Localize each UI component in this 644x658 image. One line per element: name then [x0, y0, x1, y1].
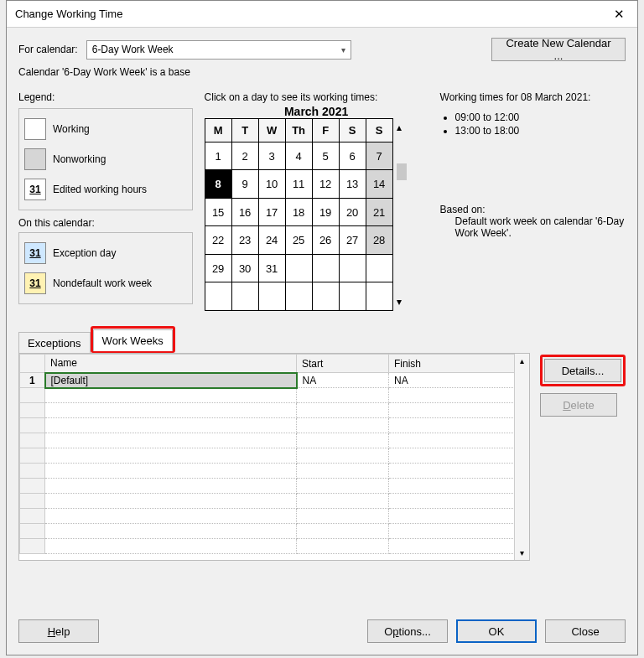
work-weeks-grid[interactable]: Name Start Finish 1 [Default] NA NA	[18, 353, 530, 561]
calendar-day[interactable]: 31	[258, 254, 285, 282]
calendar-day	[366, 254, 392, 282]
calendar-day[interactable]: 17	[258, 198, 285, 226]
tab-exceptions[interactable]: Exceptions	[18, 332, 91, 354]
calendar-day[interactable]: 12	[312, 170, 339, 199]
calendar-instruction: Click on a day to see its working times:	[205, 91, 428, 103]
calendar-day	[285, 254, 312, 282]
col-finish[interactable]: Finish	[389, 355, 528, 373]
options-button[interactable]: Options...	[367, 619, 448, 643]
legend-heading: Legend:	[18, 91, 193, 103]
calendar-day[interactable]: 22	[205, 226, 231, 255]
highlight-workweeks: Work Weeks	[91, 326, 175, 353]
calendar-day[interactable]: 21	[366, 198, 392, 226]
table-row[interactable]: 1 [Default] NA NA	[20, 373, 528, 388]
close-button[interactable]: Close	[545, 619, 626, 643]
grid-scrollbar[interactable]: ▴ ▾	[514, 354, 529, 560]
ok-button[interactable]: OK	[456, 619, 537, 643]
swatch-nondefault: 31	[24, 272, 46, 294]
cell-finish: NA	[389, 373, 528, 388]
calendar-day[interactable]: 16	[231, 198, 258, 226]
delete-button: Delete	[540, 393, 617, 417]
close-icon[interactable]: ✕	[600, 2, 637, 27]
calendar-day[interactable]: 28	[366, 226, 392, 255]
calendar-day	[312, 254, 339, 282]
legend: Legend: Working Nonworking 31Edited work…	[18, 91, 193, 311]
calendar-day[interactable]: 27	[339, 226, 366, 255]
working-times-heading: Working times for 08 March 2021:	[440, 91, 626, 103]
calendar-day	[366, 282, 392, 311]
col-name[interactable]: Name	[45, 355, 297, 373]
working-time-1: 09:00 to 12:00	[455, 111, 626, 123]
calendar-day	[205, 282, 231, 311]
calendar-day	[258, 282, 285, 311]
calendar-day[interactable]: 2	[231, 142, 258, 170]
swatch-working	[24, 118, 46, 140]
for-calendar-label: For calendar:	[18, 44, 78, 55]
dialog-title: Change Working Time	[15, 8, 122, 20]
working-times-info: Working times for 08 March 2021: 09:00 t…	[440, 91, 626, 311]
calendar-day[interactable]: 15	[205, 198, 231, 226]
calendar-day[interactable]: 20	[339, 198, 366, 226]
working-time-2: 13:00 to 18:00	[455, 125, 626, 137]
calendar-day[interactable]: 5	[312, 142, 339, 170]
calendar-day[interactable]: 7	[366, 142, 392, 170]
calendar-day	[339, 282, 366, 311]
calendar-day[interactable]: 24	[258, 226, 285, 255]
titlebar: Change Working Time ✕	[7, 1, 637, 28]
change-working-time-dialog: Change Working Time ✕ For calendar: 6-Da…	[6, 0, 638, 655]
help-button[interactable]: Help	[18, 619, 99, 643]
calendar-scroll-thumb[interactable]	[397, 163, 407, 180]
calendar-day[interactable]: 30	[231, 254, 258, 282]
calendar-day[interactable]: 23	[231, 226, 258, 255]
calendar-day[interactable]: 4	[285, 142, 312, 170]
calendar-month: March 2021	[205, 105, 428, 118]
calendar-day[interactable]: 10	[258, 170, 285, 199]
tab-work-weeks[interactable]: Work Weeks	[93, 329, 173, 351]
details-button[interactable]: Details...	[544, 359, 621, 382]
calendar-day[interactable]: 29	[205, 254, 231, 282]
calendar-grid[interactable]: MTWThFSS12345678910111213141516171819202…	[205, 118, 393, 311]
calendar-day[interactable]: 19	[312, 198, 339, 226]
calendar-day[interactable]: 6	[339, 142, 366, 170]
swatch-edited: 31	[24, 179, 46, 200]
calendar-day[interactable]: 1	[205, 142, 231, 170]
calendar-select-value: 6-Day Work Week	[92, 44, 174, 55]
swatch-nonworking	[24, 148, 46, 170]
calendar-day[interactable]: 13	[339, 170, 366, 199]
based-on-text: Default work week on calendar '6-Day Wor…	[455, 215, 626, 239]
calendar-subtitle: Calendar '6-Day Work Week' is a base	[18, 66, 626, 78]
calendar-select[interactable]: 6-Day Work Week ▾	[86, 40, 351, 60]
col-start[interactable]: Start	[297, 355, 389, 373]
calendar-panel: Click on a day to see its working times:…	[205, 91, 428, 311]
calendar-day[interactable]: 8	[205, 170, 231, 199]
calendar-day	[231, 282, 258, 311]
swatch-exception: 31	[24, 242, 46, 264]
highlight-details: Details...	[540, 355, 626, 386]
calendar-day	[312, 282, 339, 311]
on-this-calendar-label: On this calendar:	[18, 217, 193, 229]
scroll-down-icon[interactable]: ▾	[520, 546, 524, 560]
chevron-down-icon: ▾	[341, 45, 345, 54]
calendar-day[interactable]: 25	[285, 226, 312, 255]
scroll-up-icon[interactable]: ▴	[520, 354, 524, 368]
based-on-label: Based on:	[440, 204, 626, 215]
calendar-day[interactable]: 3	[258, 142, 285, 170]
calendar-day[interactable]: 18	[285, 198, 312, 226]
calendar-day[interactable]: 11	[285, 170, 312, 199]
create-new-calendar-button[interactable]: Create New Calendar ...	[491, 38, 626, 61]
calendar-down-icon[interactable]: ▾	[397, 296, 407, 308]
calendar-up-icon[interactable]: ▴	[397, 122, 407, 133]
cell-start: NA	[297, 373, 389, 388]
calendar-day	[285, 282, 312, 311]
calendar-day	[339, 254, 366, 282]
calendar-day[interactable]: 14	[366, 170, 392, 199]
calendar-day[interactable]: 9	[231, 170, 258, 199]
calendar-day[interactable]: 26	[312, 226, 339, 255]
cell-name[interactable]: [Default]	[45, 373, 297, 388]
